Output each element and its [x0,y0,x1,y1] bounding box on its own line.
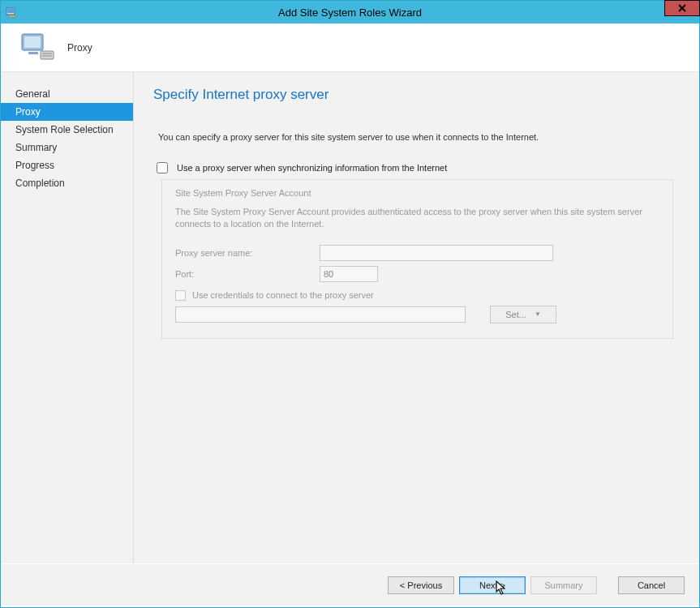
port-input[interactable] [320,266,378,282]
summary-button: Summary [530,576,597,594]
intro-text: You can specify a proxy server for this … [158,132,676,142]
port-label: Port: [175,269,320,279]
svg-rect-1 [7,9,14,13]
sidebar-item-summary[interactable]: Summary [1,139,133,156]
svg-rect-8 [42,53,52,54]
sidebar-item-progress[interactable]: Progress [1,156,133,174]
next-button[interactable]: Next > [459,576,526,594]
sidebar-item-proxy[interactable]: Proxy [1,103,133,121]
set-button-label: Set... [505,310,526,319]
close-button[interactable] [664,0,700,16]
use-proxy-checkbox[interactable] [157,162,168,173]
computer-icon [20,32,56,64]
wizard-footer: < Previous Next > Summary Cancel [1,563,699,606]
use-credentials-checkbox[interactable] [175,290,186,301]
sidebar-item-system-role-selection[interactable]: System Role Selection [1,121,133,139]
proxy-name-input[interactable] [320,245,553,261]
svg-rect-2 [9,15,15,17]
fieldset-legend: Site System Proxy Server Account [175,188,659,198]
page-heading: Specify Internet proxy server [153,87,676,103]
wizard-steps-sidebar: General Proxy System Role Selection Summ… [1,72,134,563]
sidebar-item-general[interactable]: General [1,85,133,103]
titlebar: Add Site System Roles Wizard [1,1,699,24]
wizard-content: Specify Internet proxy server You can sp… [134,72,699,563]
wizard-window: Add Site System Roles Wizard Proxy Gener [0,0,700,608]
fieldset-description: The Site System Proxy Server Account pro… [175,206,659,230]
cancel-button[interactable]: Cancel [618,576,685,594]
credentials-input[interactable] [175,306,466,323]
previous-button[interactable]: < Previous [388,576,454,594]
set-credentials-button[interactable]: Set... ▼ [490,306,556,323]
header-step-name: Proxy [67,42,92,54]
sidebar-item-completion[interactable]: Completion [1,174,133,192]
window-title: Add Site System Roles Wizard [1,6,699,19]
svg-rect-10 [28,52,38,54]
close-icon [678,4,686,12]
svg-rect-9 [42,55,52,57]
wizard-header: Proxy [1,24,699,72]
proxy-account-fieldset: Site System Proxy Server Account The Sit… [161,179,673,339]
svg-rect-6 [24,36,41,48]
chevron-down-icon: ▼ [535,310,541,318]
proxy-name-label: Proxy server name: [175,248,320,258]
use-proxy-label: Use a proxy server when synchronizing in… [177,163,447,173]
use-credentials-label: Use credentials to connect to the proxy … [192,290,374,300]
app-icon [6,6,19,19]
